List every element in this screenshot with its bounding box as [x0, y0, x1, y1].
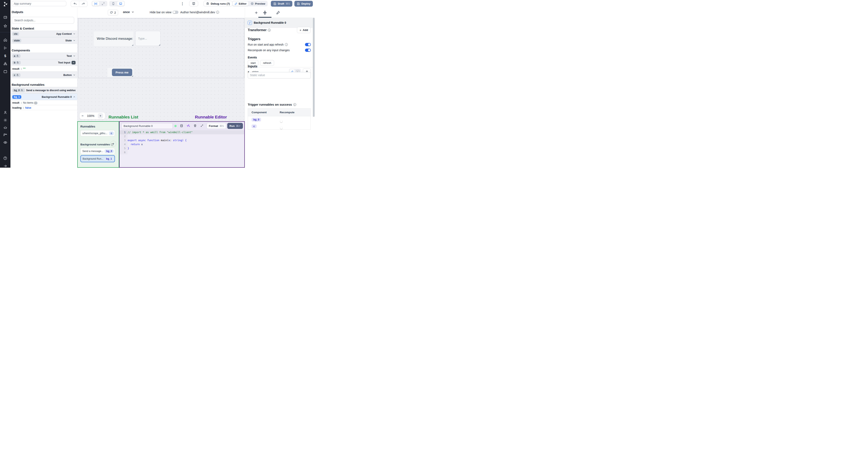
- variables-icon[interactable]: $: [0, 54, 10, 58]
- app-canvas[interactable]: Write Discord message: Type... Press me …: [78, 18, 245, 121]
- info-icon[interactable]: i: [268, 29, 271, 32]
- users-icon[interactable]: [0, 111, 10, 114]
- help-icon[interactable]: [0, 156, 10, 160]
- cache-icon[interactable]: [180, 124, 183, 128]
- ai-wand-icon[interactable]: [187, 124, 190, 128]
- component-b-row[interactable]: b Text Input: [11, 59, 77, 66]
- audit-eye-icon[interactable]: [0, 140, 10, 144]
- run-button[interactable]: Run ⌘↵: [227, 123, 243, 129]
- runnable-name-input[interactable]: [121, 123, 173, 129]
- press-me-button[interactable]: Press me: [112, 69, 132, 76]
- search-outputs-input[interactable]: [12, 17, 74, 24]
- more-menu-button[interactable]: ⋮: [181, 2, 184, 6]
- desktop-view-button[interactable]: [117, 1, 124, 6]
- component-badge[interactable]: c: [252, 125, 256, 128]
- fullwidth-layout-button[interactable]: [100, 1, 107, 6]
- interval-select[interactable]: once: [123, 10, 134, 14]
- undo-redo-group: [71, 1, 87, 7]
- runnable-item-script[interactable]: u/henri/scrape_githu... c: [81, 130, 115, 136]
- star-icon[interactable]: [0, 24, 10, 28]
- zoom-out-button[interactable]: −: [82, 114, 83, 118]
- deploy-button[interactable]: Deploy: [294, 1, 313, 7]
- text-component[interactable]: Write Discord message:: [94, 32, 133, 46]
- chevron-down-icon[interactable]: [73, 55, 75, 57]
- runnable-item-bg1-selected[interactable]: Background Run... bg_1: [81, 155, 115, 162]
- code-editor[interactable]: 1// import * as wmill from "windmill-cli…: [120, 130, 244, 167]
- inputs-title: Inputs: [248, 65, 257, 68]
- info-icon[interactable]: i: [216, 11, 219, 14]
- zoom-in-button[interactable]: +: [98, 113, 103, 119]
- draft-button[interactable]: Draft ⌘S: [271, 1, 292, 7]
- expand-editor-icon[interactable]: [200, 124, 204, 127]
- component-b-type: Text Input: [58, 61, 70, 64]
- runs-icon[interactable]: [0, 46, 10, 50]
- apps-icon[interactable]: [0, 15, 10, 19]
- component-badge[interactable]: bg_0: [252, 118, 261, 122]
- component-c-badge: c: [12, 73, 21, 77]
- code-line[interactable]: 1// import * as wmill from "windmill-cli…: [120, 130, 244, 134]
- tab-preview[interactable]: Preview: [249, 1, 267, 6]
- code-line[interactable]: 2: [120, 134, 244, 138]
- resources-icon[interactable]: [0, 62, 10, 66]
- docs-button[interactable]: [189, 1, 198, 6]
- resize-handle[interactable]: [132, 44, 133, 46]
- tab-editor[interactable]: Editor: [233, 1, 248, 6]
- canvas-toolbar: 2 once Hide bar on view Author henri@win…: [78, 8, 245, 18]
- tab-styling-brush-icon[interactable]: [275, 10, 281, 16]
- mobile-view-button[interactable]: [110, 1, 117, 6]
- event-refresh-pill[interactable]: refresh: [260, 60, 274, 66]
- home-icon[interactable]: [0, 38, 10, 42]
- delete-icon[interactable]: [193, 124, 197, 127]
- schedules-icon[interactable]: [0, 70, 10, 73]
- code-line[interactable]: 6: [120, 151, 244, 155]
- line-number: 6: [120, 151, 128, 155]
- add-transformer-button[interactable]: + Add: [297, 27, 311, 33]
- settings-gear-icon[interactable]: [0, 118, 10, 122]
- info-icon[interactable]: i: [285, 43, 288, 46]
- tab-insert-plus-icon[interactable]: [253, 10, 259, 16]
- redo-button[interactable]: [79, 1, 87, 7]
- static-value-input[interactable]: [248, 72, 311, 78]
- scrollbar[interactable]: [313, 18, 315, 117]
- bg1-row-selected[interactable]: bg_1 Background Runnable 0: [11, 94, 77, 100]
- component-c-type: Button: [63, 73, 72, 76]
- refresh-count-button[interactable]: 2: [108, 10, 118, 15]
- button-component-selection[interactable]: Press me: [107, 68, 133, 77]
- undo-button[interactable]: [71, 1, 79, 7]
- state-row[interactable]: state State: [11, 37, 77, 44]
- add-background-runnable-button[interactable]: +: [110, 141, 116, 147]
- folders-icon[interactable]: [0, 133, 10, 137]
- component-a-row[interactable]: a Text: [11, 53, 77, 59]
- bg0-row[interactable]: bg_0 Send a message to discord using web…: [11, 87, 77, 94]
- code-line[interactable]: 3export async function main(x: string) {: [120, 138, 244, 142]
- code-line[interactable]: 4 return x: [120, 142, 244, 146]
- chevron-up-icon[interactable]: [71, 61, 75, 64]
- format-button[interactable]: Format ⌘S: [207, 123, 226, 129]
- runnable-item-bg0[interactable]: Send a message... bg_0: [81, 148, 115, 154]
- chevron-down-icon[interactable]: [73, 74, 75, 76]
- ctx-row[interactable]: ctx App Context: [11, 31, 77, 37]
- text-input-component[interactable]: Type...: [135, 31, 160, 46]
- debug-runs-button[interactable]: Debug runs (7): [204, 1, 232, 6]
- center-layout-button[interactable]: [92, 1, 99, 6]
- rail-divider: [0, 32, 10, 32]
- chevron-up-icon[interactable]: [73, 96, 75, 98]
- chevron-down-icon[interactable]: [73, 33, 75, 35]
- active-tab-underline: [258, 17, 272, 18]
- resize-handle[interactable]: [132, 75, 133, 77]
- code-line[interactable]: 5}: [120, 146, 244, 151]
- info-icon[interactable]: i: [293, 103, 296, 106]
- recompute-toggle[interactable]: [305, 48, 311, 52]
- hide-bar-toggle[interactable]: [173, 11, 179, 14]
- run-on-start-toggle[interactable]: [305, 43, 311, 46]
- component-c-row[interactable]: c Button: [11, 72, 77, 78]
- app-summary-input[interactable]: [12, 1, 66, 6]
- workers-icon[interactable]: [0, 126, 10, 130]
- tab-settings-diamonds-icon[interactable]: [262, 10, 268, 16]
- chevron-down-icon[interactable]: [73, 39, 75, 42]
- collapse-arrow-icon[interactable]: [0, 164, 10, 168]
- text-input-placeholder: Type...: [138, 37, 147, 40]
- windmill-logo[interactable]: [2, 1, 8, 7]
- resize-handle[interactable]: [159, 44, 160, 45]
- component-a-badge: a: [12, 54, 21, 58]
